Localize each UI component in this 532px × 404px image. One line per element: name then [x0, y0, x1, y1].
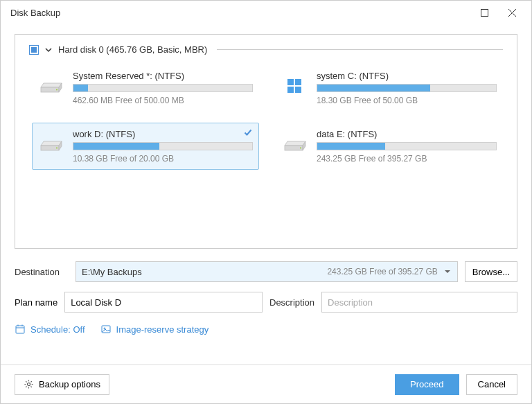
proceed-button[interactable]: Proceed	[395, 374, 459, 395]
caret-down-icon	[443, 267, 452, 276]
cancel-button[interactable]: Cancel	[466, 374, 517, 395]
window-title: Disk Backup	[6, 8, 470, 18]
close-button[interactable]	[498, 3, 526, 22]
hdd-icon	[38, 133, 64, 155]
content-area: Hard disk 0 (465.76 GB, Basic, MBR) Syst…	[1, 24, 531, 352]
disk-panel: Hard disk 0 (465.76 GB, Basic, MBR) Syst…	[15, 34, 517, 249]
calendar-icon	[15, 324, 26, 335]
disk-checkbox[interactable]	[29, 45, 39, 55]
disk-header[interactable]: Hard disk 0 (465.76 GB, Basic, MBR)	[29, 44, 503, 55]
partition-grid: System Reserved *: (NTFS)462.60 MB Free …	[29, 64, 503, 170]
svg-marker-3	[41, 83, 62, 87]
svg-point-6	[56, 89, 57, 91]
partition-usage-bar	[317, 142, 497, 150]
plan-label: Plan name	[15, 297, 57, 308]
chevron-down-icon	[44, 46, 53, 54]
plan-row: Plan name Description	[15, 292, 517, 313]
svg-rect-7	[287, 79, 294, 85]
svg-point-26	[27, 383, 30, 385]
image-reserve-link[interactable]: Image-reserve strategy	[100, 324, 209, 335]
check-icon	[243, 128, 253, 137]
links-row: Schedule: Off Image-reserve strategy	[15, 324, 517, 335]
partition-free-text: 18.30 GB Free of 50.00 GB	[317, 96, 497, 105]
footer: Backup options Proceed Cancel	[1, 365, 531, 403]
backup-options-button[interactable]: Backup options	[15, 374, 109, 395]
header-rule	[217, 49, 503, 50]
svg-marker-11	[41, 141, 62, 146]
description-label: Description	[269, 297, 314, 308]
partition-free-text: 243.25 GB Free of 395.27 GB	[317, 154, 497, 164]
partition-item[interactable]: work D: (NTFS)10.38 GB Free of 20.00 GB	[32, 123, 259, 170]
hdd-icon	[282, 133, 308, 155]
hdd-icon	[38, 75, 64, 97]
disk-label: Hard disk 0 (465.76 GB, Basic, MBR)	[58, 44, 207, 55]
partition-name: system C: (NTFS)	[317, 71, 497, 81]
destination-free: 243.25 GB Free of 395.27 GB	[327, 267, 437, 276]
description-input[interactable]	[321, 292, 517, 313]
partition-item[interactable]: data E: (NTFS)243.25 GB Free of 395.27 G…	[276, 123, 503, 170]
backup-options-text: Backup options	[39, 379, 100, 389]
destination-label: Destination	[15, 267, 69, 277]
partition-free-text: 462.60 MB Free of 500.00 MB	[73, 96, 253, 105]
disk-backup-window: Disk Backup Hard disk 0 (465.76 GB, Basi…	[0, 0, 532, 404]
destination-row: Destination E:\My Backups 243.25 GB Free…	[15, 261, 517, 282]
close-icon	[508, 9, 516, 17]
image-icon	[100, 324, 112, 335]
schedule-text: Schedule: Off	[30, 324, 85, 335]
partition-name: data E: (NTFS)	[317, 129, 497, 139]
svg-point-18	[300, 148, 301, 149]
svg-rect-20	[16, 326, 24, 333]
partition-usage-bar	[73, 84, 253, 92]
partition-item[interactable]: System Reserved *: (NTFS)462.60 MB Free …	[32, 64, 259, 112]
partition-usage-bar	[317, 84, 497, 92]
partition-name: work D: (NTFS)	[73, 129, 253, 139]
windows-icon	[282, 75, 308, 97]
image-reserve-text: Image-reserve strategy	[116, 324, 209, 335]
browse-button[interactable]: Browse...	[465, 261, 517, 282]
titlebar: Disk Backup	[1, 1, 531, 24]
destination-path: E:\My Backups	[82, 267, 327, 277]
partition-usage-bar	[73, 142, 253, 150]
svg-rect-9	[287, 87, 294, 93]
svg-point-14	[56, 148, 57, 149]
svg-marker-19	[445, 270, 450, 273]
svg-rect-0	[481, 9, 488, 16]
svg-rect-8	[295, 79, 301, 85]
plan-name-input[interactable]	[64, 292, 263, 313]
gear-icon	[24, 379, 34, 389]
schedule-link[interactable]: Schedule: Off	[15, 324, 85, 335]
partition-item[interactable]: system C: (NTFS)18.30 GB Free of 50.00 G…	[276, 64, 503, 112]
destination-field[interactable]: E:\My Backups 243.25 GB Free of 395.27 G…	[76, 261, 458, 282]
maximize-icon	[481, 9, 488, 17]
partition-name: System Reserved *: (NTFS)	[73, 71, 253, 81]
partition-free-text: 10.38 GB Free of 20.00 GB	[73, 154, 253, 164]
maximize-button[interactable]	[470, 3, 498, 22]
svg-rect-10	[295, 87, 301, 93]
svg-marker-15	[285, 141, 305, 146]
